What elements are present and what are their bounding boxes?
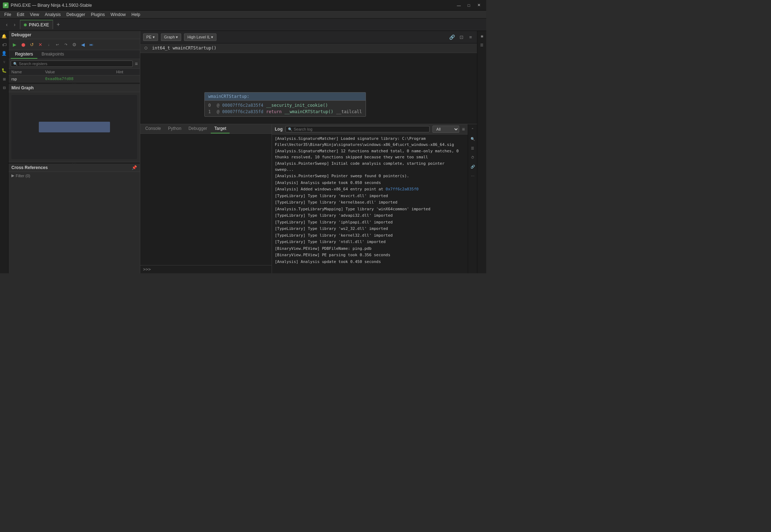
menu-help[interactable]: Help xyxy=(128,11,143,19)
log-entry-6: [TypeLibrary] Type library 'msvcrt.dll' … xyxy=(275,193,465,199)
registers-tab[interactable]: Registers xyxy=(11,50,37,59)
sidebar-icon-user[interactable]: 👤 xyxy=(0,49,8,57)
menu-edit[interactable]: Edit xyxy=(14,11,27,19)
sidebar-icon-branches[interactable]: ⑂ xyxy=(0,58,8,66)
sidebar-icon-packages[interactable]: ⊞ xyxy=(0,75,8,83)
log-entry-9: [TypeLibrary] Type library 'advapi32.dll… xyxy=(275,213,465,219)
log-entry-15: [BinaryView.PEView] PE parsing took 0.35… xyxy=(275,252,465,258)
minimize-button[interactable]: — xyxy=(454,2,463,9)
debugger-section: Debugger ▶ ⬤ ↺ ✕ ↓ ↩ ↷ ⚙ ◀ ⏭ Registers B… xyxy=(9,31,140,83)
right-sidebar-menu-icon[interactable]: ☰ xyxy=(478,41,486,49)
console-prompt: >>> xyxy=(143,267,151,272)
code-view-header: PE ▾ Graph ▾ High Level IL ▾ 🔗 ⊡ ≡ xyxy=(140,31,477,43)
registers-menu-icon[interactable]: ≡ xyxy=(135,61,138,67)
mini-graph-node xyxy=(39,122,110,132)
center-panel: PE ▾ Graph ▾ High Level IL ▾ 🔗 ⊡ ≡ int64… xyxy=(140,31,477,273)
right-sidebar-top-icon[interactable]: ✱ xyxy=(478,32,486,40)
more-icon[interactable]: ≡ xyxy=(467,33,474,41)
log-body: [Analysis.SignatureMatcher] Loaded signa… xyxy=(272,135,468,273)
menu-view[interactable]: View xyxy=(27,11,42,19)
left-panel: Debugger ▶ ⬤ ↺ ✕ ↓ ↩ ↷ ⚙ ◀ ⏭ Registers B… xyxy=(9,31,140,273)
reg-hint xyxy=(114,75,140,83)
console-tab-bar: Console Python Debugger Target xyxy=(140,124,272,134)
sidebar-icon-debug[interactable]: 🐛 xyxy=(0,67,8,74)
maximize-button[interactable]: □ xyxy=(464,2,473,9)
title-bar: P PING.EXE — Binary Ninja 4.1.5902-Stabl… xyxy=(0,0,486,11)
back-button[interactable]: ‹ xyxy=(3,21,11,28)
code-header-left: PE ▾ Graph ▾ High Level IL ▾ xyxy=(143,33,216,41)
left-sidebar-icons: 🔔 🏷 👤 ⑂ 🐛 ⊞ ⊟ xyxy=(0,31,9,273)
breakpoints-tab[interactable]: Breakpoints xyxy=(37,50,68,59)
log-entry-4: [Analysis] Analysis update took 0.050 se… xyxy=(275,180,465,186)
menu-plugins[interactable]: Plugins xyxy=(88,11,107,19)
col-hint: Hint xyxy=(114,69,140,75)
new-tab-button[interactable]: + xyxy=(54,21,62,28)
record-button[interactable]: ⬤ xyxy=(19,41,27,48)
run-button[interactable]: ▶ xyxy=(11,41,19,48)
sidebar-icon-notifications[interactable]: 🔔 xyxy=(0,32,8,40)
code-header-right: 🔗 ⊡ ≡ xyxy=(449,33,474,41)
menu-file[interactable]: File xyxy=(1,11,14,19)
registers-search-input[interactable] xyxy=(19,62,130,66)
right-sidebar: ✱ ☰ xyxy=(477,31,486,273)
pe-view-button[interactable]: PE ▾ xyxy=(143,33,158,41)
stop-button[interactable]: ✕ xyxy=(36,41,44,48)
link-icon[interactable]: 🔗 xyxy=(449,33,456,41)
sidebar-icon-tags[interactable]: 🏷 xyxy=(0,41,8,49)
rsb-icon-history[interactable]: ⏱ xyxy=(469,153,477,161)
continue-button[interactable]: ⏭ xyxy=(88,41,95,48)
sidebar-icon-views[interactable]: ⊟ xyxy=(0,84,8,91)
step-out-button[interactable]: ◀ xyxy=(79,41,87,48)
target-tab[interactable]: Target xyxy=(211,124,230,133)
rsb-icon-quote[interactable]: " xyxy=(469,126,477,133)
python-tab[interactable]: Python xyxy=(164,124,185,133)
rsb-icon-lines[interactable]: ☰ xyxy=(469,144,477,152)
sync-icon[interactable]: ⊡ xyxy=(458,33,465,41)
log-entry-7: [TypeLibrary] Type library 'kernelbase.d… xyxy=(275,200,465,206)
graph-view-button[interactable]: Graph ▾ xyxy=(161,33,182,41)
chevron-right-icon: ▶ xyxy=(11,173,14,178)
code-line-1: 1 @ 00007ff6c2a835fd return __wmainCRTSt… xyxy=(208,109,362,115)
step-back-button[interactable]: ↩ xyxy=(53,41,61,48)
settings-button[interactable]: ⚙ xyxy=(70,41,78,48)
log-search-input[interactable] xyxy=(294,127,427,131)
console-tab[interactable]: Console xyxy=(142,124,164,133)
forward-button[interactable]: › xyxy=(11,21,19,28)
register-row-rsp[interactable]: rsp 0xaa0ba7fd08 xyxy=(9,75,140,83)
menu-window[interactable]: Window xyxy=(108,11,129,19)
menu-debugger[interactable]: Debugger xyxy=(64,11,88,19)
log-entry-16: [Analysis] Analysis update took 0.450 se… xyxy=(275,259,465,265)
hlil-view-button[interactable]: High Level IL ▾ xyxy=(184,33,216,41)
log-filter-select[interactable]: All Error Warning Info xyxy=(432,126,459,133)
bottom-panel: Console Python Debugger Target >>> Log 🔍 xyxy=(140,124,477,273)
col-value: Value xyxy=(42,69,114,75)
app-icon: P xyxy=(3,2,9,8)
cross-references-section: Cross References 📌 ▶ Filter (0) xyxy=(9,164,140,273)
step-over-button[interactable]: ↷ xyxy=(62,41,70,48)
close-button[interactable]: ✕ xyxy=(474,2,483,9)
code-block-body: 0 @ 00007ff6c2a835f4 __security_init_coo… xyxy=(205,101,366,116)
reg-name: rsp xyxy=(9,75,42,83)
console-input[interactable] xyxy=(152,267,269,272)
main-layout: 🔔 🏷 👤 ⑂ 🐛 ⊞ ⊟ Debugger ▶ ⬤ ↺ ✕ ↓ ↩ ↷ ⚙ ◀… xyxy=(0,31,486,273)
code-area[interactable]: wmainCRTStartup: 0 @ 00007ff6c2a835f4 __… xyxy=(140,53,477,124)
rsb-icon-link[interactable]: 🔗 xyxy=(469,163,477,170)
line-instr-0: __security_init_cookie() xyxy=(266,103,328,108)
log-header: Log 🔍 All Error Warning Info ≡ xyxy=(272,124,468,135)
line-tailcall: __tailcall xyxy=(336,109,362,114)
xref-pin-icon[interactable]: 📌 xyxy=(132,165,137,170)
menu-analysis[interactable]: Analysis xyxy=(42,11,64,19)
tab-ping-exe[interactable]: PING.EXE xyxy=(20,20,53,29)
rsb-icon-search[interactable]: 🔍 xyxy=(469,135,477,143)
rsb-icon-more[interactable]: ⋯ xyxy=(469,172,477,180)
log-section: Log 🔍 All Error Warning Info ≡ [Analysis… xyxy=(272,124,468,273)
window-controls: — □ ✕ xyxy=(454,2,483,9)
function-header: int64_t wmainCRTStartup() xyxy=(140,43,477,53)
restart-button[interactable]: ↺ xyxy=(28,41,36,48)
log-entry-1: [Analysis.SignatureMatcher] 12 functions… xyxy=(275,148,465,160)
step-into-button[interactable]: ↓ xyxy=(45,41,53,48)
xref-filter-toggle[interactable]: ▶ Filter (0) xyxy=(9,172,140,179)
log-menu-icon[interactable]: ≡ xyxy=(462,126,465,132)
debugger-tab[interactable]: Debugger xyxy=(185,124,211,133)
debugger-title: Debugger xyxy=(9,31,140,39)
